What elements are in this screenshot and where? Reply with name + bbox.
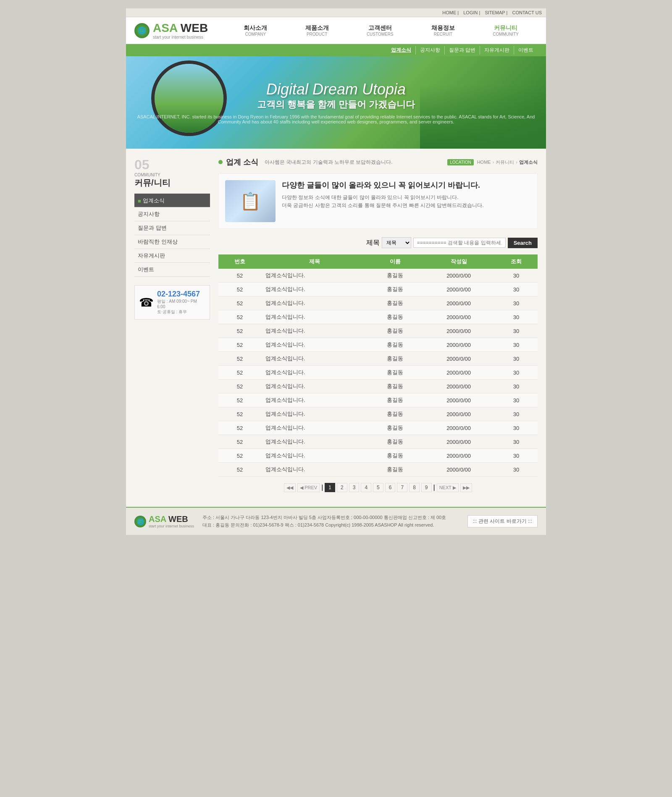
pagination-first[interactable]: ◀◀	[284, 483, 296, 492]
pagination-page-4[interactable]: 4	[361, 483, 371, 492]
sidebar-item-qna[interactable]: 질문과 답변	[134, 221, 210, 235]
nav-company[interactable]: 회사소개 COMPANY	[237, 24, 273, 37]
footer-info: 주소 : 서울시 가나구 다라동 123-4번지 마바사 빌딩 5층 사업자등록…	[202, 514, 459, 529]
top-link-contact[interactable]: CONTACT US	[512, 10, 542, 15]
footer-address: 주소 : 서울시 가나구 다라동 123-4번지 마바사 빌딩 5층 사업자등록…	[202, 514, 459, 522]
article-body1: 다양한 정보와 소식에 대한 글들이 많이 올라와 있으니 꼭 읽어보시기 바랍…	[282, 194, 484, 202]
search-input[interactable]	[413, 238, 506, 248]
breadcrumb-community[interactable]: 커뮤니티	[496, 159, 514, 165]
cell-title[interactable]: 업계소식입니다.	[261, 463, 368, 477]
pagination-page-2[interactable]: 2	[337, 483, 347, 492]
table-header: 번호 제목 이름 작성일 조회	[218, 254, 538, 269]
phone-icon: ☎	[139, 296, 154, 309]
pagination-page-9[interactable]: 9	[421, 483, 432, 492]
footer-related-sites-button[interactable]: ::: 관련 사이트 바로가기 :::	[467, 515, 538, 527]
cell-date: 2000/0/00	[423, 449, 495, 463]
cell-title[interactable]: 업계소식입니다.	[261, 421, 368, 435]
table-row: 52 업계소식입니다. 홍길동 2000/0/00 30	[218, 393, 538, 407]
footer-logo-text: ASA WEB	[149, 514, 194, 524]
logo-tagline: start your internet business	[153, 35, 208, 39]
contact-box: ☎ 02-123-4567 평일 : AM 09:00~ PM 6:00 토·공…	[134, 285, 210, 320]
cell-name: 홍길동	[368, 296, 423, 310]
cell-date: 2000/0/00	[423, 366, 495, 380]
subnav-event[interactable]: 이벤트	[514, 46, 538, 55]
cell-name: 홍길동	[368, 393, 423, 407]
subnav-industry[interactable]: 업계소식	[387, 46, 416, 55]
cell-num: 52	[218, 283, 261, 296]
pagination-page-7[interactable]: 7	[397, 483, 407, 492]
cell-title[interactable]: 업계소식입니다.	[261, 393, 368, 407]
logo-asa: ASA	[153, 21, 177, 34]
sidebar-menu-header: ■ 업계소식	[134, 194, 210, 207]
cell-date: 2000/0/00	[423, 407, 495, 421]
cell-title[interactable]: 업계소식입니다.	[261, 435, 368, 449]
sidebar-section-number: 05	[134, 157, 210, 173]
subnav-qna[interactable]: 질문과 답변	[445, 46, 480, 55]
sidebar-item-event[interactable]: 이벤트	[134, 263, 210, 277]
pagination-next[interactable]: NEXT ▶	[437, 483, 459, 492]
search-button[interactable]: Search	[508, 238, 538, 248]
cell-title[interactable]: 업계소식입니다.	[261, 449, 368, 463]
cell-title[interactable]: 업계소식입니다.	[261, 283, 368, 296]
pagination-page-3[interactable]: 3	[349, 483, 360, 492]
cell-date: 2000/0/00	[423, 463, 495, 477]
pagination-page-1[interactable]: 1	[325, 483, 335, 492]
article-body2: 더욱 궁금하신 사항은 고객의 소리를 통해 질문해 주시면 빠른 시간에 답변…	[282, 202, 484, 210]
sidebar-section-label: COMMUNITY	[134, 173, 210, 177]
table-row: 52 업계소식입니다. 홍길동 2000/0/00 30	[218, 421, 538, 435]
sidebar-item-board[interactable]: 자유게시판	[134, 249, 210, 263]
nav-product[interactable]: 제품소개 PRODUCT	[299, 24, 335, 37]
cell-title[interactable]: 업계소식입니다.	[261, 324, 368, 338]
top-bar: HOME | LOGIN | SITEMAP | CONTACT US	[126, 8, 546, 17]
top-link-login[interactable]: LOGIN	[463, 10, 478, 15]
pagination-last[interactable]: ▶▶	[460, 483, 472, 492]
cell-num: 52	[218, 449, 261, 463]
cell-views: 30	[495, 269, 538, 283]
cell-title[interactable]: 업계소식입니다.	[261, 269, 368, 283]
footer-logo-tagline: start your internet business	[149, 524, 194, 528]
cell-views: 30	[495, 380, 538, 393]
cell-title[interactable]: 업계소식입니다.	[261, 380, 368, 393]
sidebar-item-notice[interactable]: 공지사항	[134, 207, 210, 221]
cell-num: 52	[218, 324, 261, 338]
nav-community[interactable]: 커뮤니티 COMMUNITY	[486, 24, 525, 37]
cell-num: 52	[218, 421, 261, 435]
cell-title[interactable]: 업계소식입니다.	[261, 352, 368, 366]
search-bar: 제목 제목 내용 작성자 Search	[218, 237, 538, 248]
cell-num: 52	[218, 296, 261, 310]
cell-title[interactable]: 업계소식입니다.	[261, 338, 368, 352]
cell-title[interactable]: 업계소식입니다.	[261, 407, 368, 421]
phone-number: 02-123-4567	[157, 290, 205, 299]
cell-name: 홍길동	[368, 449, 423, 463]
article-title: 다양한 글들이 많이 올라와 있으니 꼭 읽어보시기 바랍니다.	[282, 180, 484, 190]
nav-customer[interactable]: 고객센터 CUSTOMERS	[360, 24, 400, 37]
sidebar-item-talent[interactable]: 바람직한 인재상	[134, 235, 210, 249]
cell-date: 2000/0/00	[423, 352, 495, 366]
table-row: 52 업계소식입니다. 홍길동 2000/0/00 30	[218, 324, 538, 338]
breadcrumb-home[interactable]: HOME	[477, 160, 491, 165]
logo-globe-icon: 🌐	[134, 23, 150, 38]
banner-content: Digital Dream Utopia 고객의 행복을 함께 만들어 가겠습니…	[126, 81, 546, 124]
top-link-home[interactable]: HOME	[442, 10, 456, 15]
nav-recruit[interactable]: 채용정보 RECRUIT	[425, 24, 461, 37]
page-header-icon	[218, 160, 223, 164]
pagination-page-6[interactable]: 6	[385, 483, 396, 492]
search-select[interactable]: 제목 내용 작성자	[382, 237, 411, 248]
cell-num: 52	[218, 435, 261, 449]
subnav-notice[interactable]: 공지사항	[416, 46, 445, 55]
pagination-page-8[interactable]: 8	[409, 483, 420, 492]
cell-title[interactable]: 업계소식입니다.	[261, 296, 368, 310]
top-link-sitemap[interactable]: SITEMAP	[485, 10, 505, 15]
cell-title[interactable]: 업계소식입니다.	[261, 310, 368, 324]
pagination-page-5[interactable]: 5	[373, 483, 383, 492]
pagination-prev[interactable]: ◀ PREV	[297, 483, 320, 492]
subnav-board[interactable]: 자유게시판	[480, 46, 514, 55]
cell-views: 30	[495, 324, 538, 338]
page-desc: 아사웹은 국내최고의 기술력과 노하우로 보답하겠습니다.	[265, 159, 393, 166]
cell-title[interactable]: 업계소식입니다.	[261, 366, 368, 380]
pagination: ◀◀ ◀ PREV | 1 2 3 4 5 6 7 8 9 | NEXT ▶ ▶…	[218, 477, 538, 498]
footer-logo-icon: 🌐	[134, 516, 146, 527]
search-label: 제목	[366, 239, 380, 247]
cell-name: 홍길동	[368, 407, 423, 421]
cell-name: 홍길동	[368, 352, 423, 366]
